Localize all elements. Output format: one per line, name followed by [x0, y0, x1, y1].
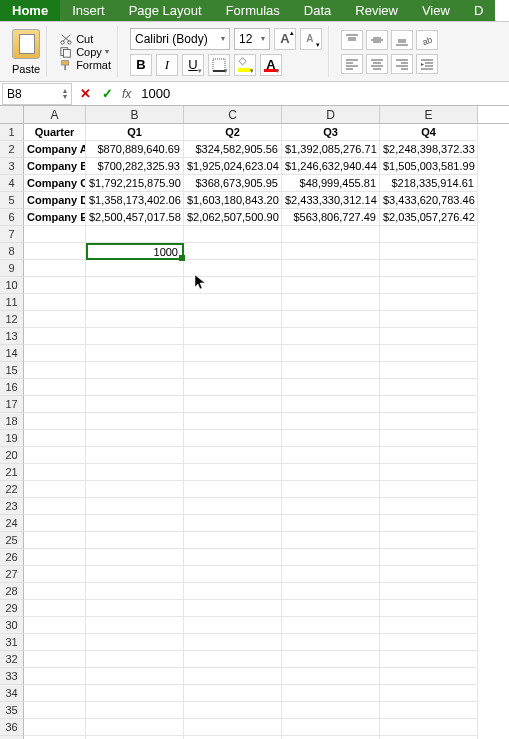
cell[interactable] — [24, 430, 86, 447]
cell[interactable] — [24, 481, 86, 498]
cell[interactable] — [184, 532, 282, 549]
font-color-button[interactable]: A▾ — [260, 54, 282, 76]
cell[interactable] — [184, 600, 282, 617]
cell[interactable]: $1,392,085,276.71 — [282, 141, 380, 158]
cell[interactable] — [86, 464, 184, 481]
cell[interactable] — [24, 413, 86, 430]
row-header[interactable]: 3 — [0, 158, 24, 175]
row-header[interactable]: 7 — [0, 226, 24, 243]
cell[interactable] — [282, 702, 380, 719]
cell[interactable] — [24, 549, 86, 566]
row-header[interactable]: 20 — [0, 447, 24, 464]
cell[interactable]: $2,433,330,312.14 — [282, 192, 380, 209]
cell[interactable] — [86, 396, 184, 413]
cell[interactable] — [380, 243, 478, 260]
cell[interactable] — [24, 532, 86, 549]
align-right-button[interactable] — [391, 54, 413, 74]
cell[interactable] — [184, 668, 282, 685]
cell[interactable]: $1,925,024,623.04 — [184, 158, 282, 175]
row-header[interactable]: 11 — [0, 294, 24, 311]
cell[interactable] — [380, 566, 478, 583]
cell[interactable] — [380, 345, 478, 362]
cell[interactable] — [24, 634, 86, 651]
cell[interactable] — [86, 549, 184, 566]
cell[interactable] — [86, 702, 184, 719]
row-header[interactable]: 13 — [0, 328, 24, 345]
cell[interactable] — [282, 617, 380, 634]
cell[interactable] — [24, 702, 86, 719]
row-header[interactable]: 17 — [0, 396, 24, 413]
align-middle-button[interactable] — [366, 30, 388, 50]
cell[interactable]: $1,603,180,843.20 — [184, 192, 282, 209]
orientation-button[interactable]: ab — [416, 30, 438, 50]
cell[interactable] — [380, 532, 478, 549]
bold-button[interactable]: B — [130, 54, 152, 76]
cell[interactable]: $2,062,507,500.90 — [184, 209, 282, 226]
cell[interactable] — [86, 719, 184, 736]
cell[interactable] — [380, 294, 478, 311]
cell[interactable] — [86, 447, 184, 464]
cell[interactable] — [380, 277, 478, 294]
cell[interactable] — [184, 379, 282, 396]
select-all-corner[interactable] — [0, 106, 24, 123]
cell[interactable] — [380, 260, 478, 277]
row-header[interactable]: 36 — [0, 719, 24, 736]
row-header[interactable]: 32 — [0, 651, 24, 668]
row-header[interactable]: 33 — [0, 668, 24, 685]
cell[interactable] — [380, 583, 478, 600]
cell[interactable] — [184, 702, 282, 719]
col-header-D[interactable]: D — [282, 106, 380, 123]
cell[interactable] — [24, 260, 86, 277]
cell[interactable]: $700,282,325.93 — [86, 158, 184, 175]
cell[interactable] — [184, 447, 282, 464]
cell[interactable] — [282, 277, 380, 294]
cell[interactable] — [24, 294, 86, 311]
cell[interactable]: Company D — [24, 192, 86, 209]
name-box[interactable]: B8 ▴▾ — [2, 83, 72, 105]
col-header-C[interactable]: C — [184, 106, 282, 123]
format-button[interactable]: Format — [59, 59, 111, 71]
cell[interactable] — [24, 498, 86, 515]
cell[interactable] — [380, 719, 478, 736]
row-header[interactable]: 12 — [0, 311, 24, 328]
cell[interactable] — [86, 362, 184, 379]
cell[interactable] — [380, 447, 478, 464]
cell[interactable] — [184, 430, 282, 447]
cell[interactable] — [24, 651, 86, 668]
tab-data[interactable]: Data — [292, 0, 343, 21]
cell[interactable] — [184, 328, 282, 345]
cell[interactable]: Company A — [24, 141, 86, 158]
row-header[interactable]: 10 — [0, 277, 24, 294]
cell[interactable] — [184, 566, 282, 583]
cell[interactable] — [184, 277, 282, 294]
cell[interactable] — [282, 634, 380, 651]
font-name-select[interactable]: Calibri (Body)▾ — [130, 28, 230, 50]
font-size-select[interactable]: 12▾ — [234, 28, 270, 50]
cell[interactable] — [380, 702, 478, 719]
cell[interactable]: Q4 — [380, 124, 478, 141]
cell[interactable] — [282, 362, 380, 379]
cell[interactable] — [282, 685, 380, 702]
cell[interactable] — [380, 464, 478, 481]
cell[interactable] — [380, 362, 478, 379]
row-header[interactable]: 31 — [0, 634, 24, 651]
cell[interactable] — [24, 243, 86, 260]
align-bottom-button[interactable] — [391, 30, 413, 50]
row-header[interactable]: 27 — [0, 566, 24, 583]
underline-button[interactable]: U▾ — [182, 54, 204, 76]
cell[interactable] — [86, 328, 184, 345]
cell[interactable] — [86, 311, 184, 328]
row-header[interactable]: 26 — [0, 549, 24, 566]
cell[interactable] — [380, 515, 478, 532]
cell[interactable] — [282, 447, 380, 464]
cell[interactable]: Q3 — [282, 124, 380, 141]
row-header[interactable]: 25 — [0, 532, 24, 549]
cell[interactable] — [86, 617, 184, 634]
row-header[interactable]: 16 — [0, 379, 24, 396]
cell[interactable] — [24, 668, 86, 685]
cell[interactable] — [184, 549, 282, 566]
col-header-A[interactable]: A — [24, 106, 86, 123]
fill-color-button[interactable]: ▾ — [234, 54, 256, 76]
cell[interactable] — [282, 311, 380, 328]
cell[interactable] — [24, 226, 86, 243]
